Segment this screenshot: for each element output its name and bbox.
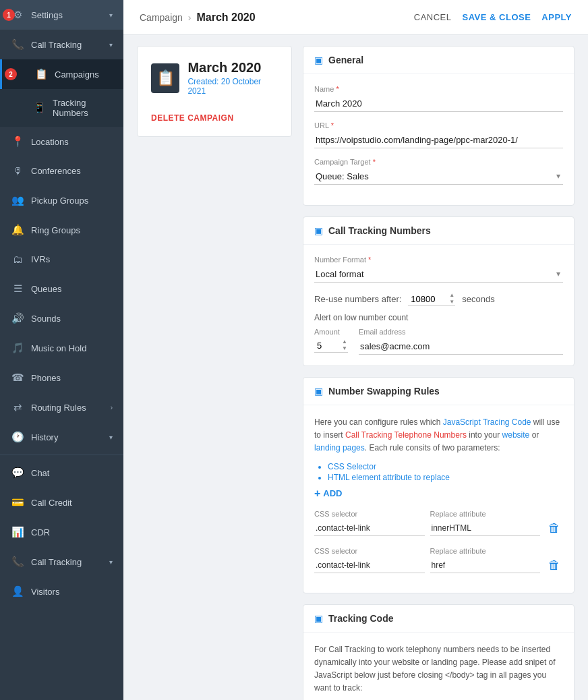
reuse-spin-up[interactable]: ▲ (448, 292, 455, 299)
reuse-input[interactable] (408, 293, 448, 305)
amount-label: Amount (314, 328, 348, 336)
amount-spin-up[interactable]: ▲ (341, 339, 348, 345)
phones-icon: ☎ (11, 372, 24, 384)
rule-1-replace-input[interactable] (430, 521, 541, 536)
amount-input[interactable] (314, 339, 341, 352)
sidebar-label-phones: Phones (31, 373, 113, 383)
sidebar-item-ring-groups[interactable]: 🔔 Ring Groups (0, 215, 123, 245)
ivrs-icon: 🗂 (11, 254, 24, 265)
call-credit-icon: 💳 (11, 496, 24, 508)
sidebar-item-chat[interactable]: 💬 Chat (0, 458, 123, 488)
rule-2-css-input[interactable] (314, 558, 425, 573)
sidebar-item-cdr[interactable]: 📊 CDR (0, 517, 123, 547)
campaign-icon: 📋 (151, 63, 179, 93)
sidebar-label-call-tracking: Call Tracking (31, 40, 109, 50)
sidebar-item-pickup-groups[interactable]: 👥 Pickup Groups (0, 185, 123, 215)
call-tracking-icon: 📞 (11, 38, 24, 51)
sidebar-item-locations[interactable]: 📍 Locations (0, 127, 123, 156)
sidebar-item-call-tracking[interactable]: 📞 Call Tracking ▾ (0, 30, 123, 59)
sidebar-item-music-on-hold[interactable]: 🎵 Music on Hold (0, 333, 123, 363)
campaign-name: March 2020 (187, 60, 278, 76)
cancel-button[interactable]: CANCEL (414, 12, 452, 22)
alert-title: Alert on low number count (314, 313, 563, 322)
sidebar-item-settings[interactable]: 1 ⚙ Settings ▾ (0, 0, 123, 30)
rule-1-css-input[interactable] (314, 521, 425, 536)
breadcrumb-current: March 2020 (197, 11, 256, 24)
call-tracking-numbers-section: ▣ Call Tracking Numbers Number Format * … (303, 216, 575, 366)
sidebar-label-music-on-hold: Music on Hold (31, 343, 113, 353)
chevron-icon: ▾ (109, 558, 113, 566)
rule-2-delete-button[interactable]: 🗑 (546, 556, 563, 575)
sidebar-item-ivrs[interactable]: 🗂 IVRs (0, 245, 123, 274)
rule-1-delete-button[interactable]: 🗑 (546, 519, 563, 538)
breadcrumb-separator: › (188, 12, 192, 23)
sidebar-label-queues: Queues (31, 284, 113, 294)
call-tracking-2-icon: 📞 (11, 556, 24, 568)
bullet-css-selector: CSS Selector (328, 462, 563, 471)
sidebar-item-call-credit[interactable]: 💳 Call Credit (0, 488, 123, 517)
reuse-spin-down[interactable]: ▼ (448, 299, 455, 305)
ring-groups-icon: 🔔 (11, 224, 24, 236)
ctn-section-body: Number Format * Local format Re-use numb… (303, 245, 574, 366)
reuse-row: Re-use numbers after: ▲ ▼ seconds (314, 292, 563, 306)
format-label: Number Format * (314, 256, 563, 264)
conferences-icon: 🎙 (11, 165, 24, 177)
add-rule-button[interactable]: + ADD (314, 488, 563, 500)
email-input[interactable] (359, 339, 563, 355)
sidebar-item-queues[interactable]: ☰ Queues (0, 274, 123, 303)
general-section-icon: ▣ (314, 55, 323, 65)
routing-rules-icon: ⇄ (11, 401, 24, 413)
campaign-info: March 2020 Created: 20 October 2021 (187, 60, 278, 96)
format-select[interactable]: Local format (314, 266, 563, 283)
ns-bullet-list: CSS Selector HTML element attribute to r… (328, 462, 563, 482)
sidebar-item-visitors[interactable]: 👤 Visitors (0, 577, 123, 606)
apply-button[interactable]: APPLY (541, 12, 572, 22)
badge-1: 1 (3, 9, 15, 21)
sidebar-label-conferences: Conferences (31, 166, 113, 176)
sounds-icon: 🔊 (11, 312, 24, 324)
chat-icon: 💬 (11, 467, 24, 479)
amount-col: Amount ▲ ▼ (314, 328, 348, 353)
sidebar-item-conferences[interactable]: 🎙 Conferences (0, 156, 123, 185)
sidebar-label-cdr: CDR (31, 527, 113, 537)
alert-section: Alert on low number count Amount ▲ ▼ (314, 313, 563, 355)
amount-spin-down[interactable]: ▼ (341, 345, 348, 352)
tc-section-body: For Call Tracking to work telephony numb… (303, 633, 574, 700)
add-label: ADD (323, 488, 342, 498)
tc-info-text: For Call Tracking to work telephony numb… (314, 643, 563, 695)
sidebar-item-phones[interactable]: ☎ Phones (0, 363, 123, 392)
chevron-icon: ▾ (109, 11, 113, 19)
breadcrumb: Campaign › March 2020 (140, 11, 256, 24)
url-input[interactable] (314, 132, 563, 148)
sidebar-label-sounds: Sounds (31, 314, 113, 324)
amount-input-wrap: ▲ ▼ (314, 339, 348, 353)
sidebar-label-ivrs: IVRs (31, 254, 113, 264)
sidebar-item-tracking-numbers[interactable]: 📱 Tracking Numbers (0, 89, 123, 127)
sidebar-item-campaigns[interactable]: 2 📋 Campaigns (0, 59, 123, 89)
visitors-icon: 👤 (11, 585, 24, 597)
rule-row-1: CSS selector Replace attribute 🗑 (314, 508, 563, 538)
ctn-section-title: Call Tracking Numbers (328, 225, 431, 236)
breadcrumb-parent: Campaign (140, 12, 183, 23)
delete-campaign-button[interactable]: DELETE CAMPAIGN (151, 113, 234, 123)
sidebar-item-routing-rules[interactable]: ⇄ Routing Rules › (0, 392, 123, 422)
topbar: Campaign › March 2020 CANCEL SAVE & CLOS… (123, 0, 588, 35)
target-select[interactable]: Queue: Sales (314, 169, 563, 185)
reuse-unit: seconds (462, 294, 494, 304)
url-field-group: URL * (314, 121, 563, 148)
sidebar-item-sounds[interactable]: 🔊 Sounds (0, 303, 123, 333)
name-label: Name * (314, 85, 563, 93)
left-panel: 📋 March 2020 Created: 20 October 2021 DE… (137, 46, 292, 689)
rule-2-css-label: CSS selector (314, 547, 425, 555)
amount-spin-btns: ▲ ▼ (341, 339, 348, 352)
sidebar-item-history[interactable]: 🕐 History ▾ (0, 422, 123, 452)
rule-2-replace-input[interactable] (430, 558, 541, 573)
email-col: Email address (359, 328, 563, 355)
sidebar-label-call-credit: Call Credit (31, 498, 113, 508)
name-input[interactable] (314, 96, 563, 112)
save-close-button[interactable]: SAVE & CLOSE (463, 12, 531, 22)
sidebar-item-call-tracking-2[interactable]: 📞 Call Tracking ▾ (0, 547, 123, 577)
campaign-header: 📋 March 2020 Created: 20 October 2021 (151, 60, 278, 96)
format-select-wrapper: Local format (314, 266, 563, 283)
sidebar: 1 ⚙ Settings ▾ 📞 Call Tracking ▾ 2 📋 Cam… (0, 0, 123, 700)
